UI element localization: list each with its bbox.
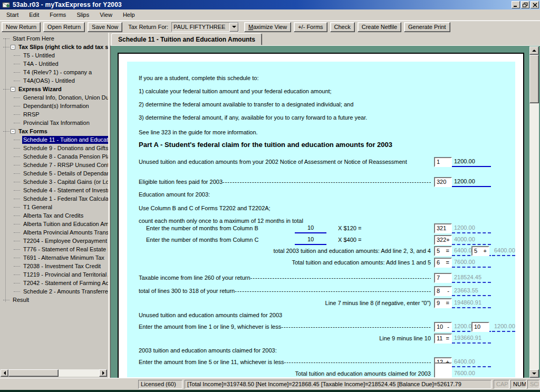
- tree-item-t1-general[interactable]: T1 General: [0, 203, 108, 211]
- tree-item-dependant-s-information[interactable]: Dependant(s) Information: [0, 102, 108, 110]
- tree-item-schedule-4-statement-of-investm[interactable]: Schedule 4 - Statement of Investm: [0, 186, 108, 194]
- indicator-scrl: SCRL: [527, 380, 539, 389]
- tree-item-tax-forms[interactable]: -Tax Forms: [0, 127, 108, 135]
- tree-item-schedule-5-details-of-dependant[interactable]: Schedule 5 - Details of Dependant: [0, 169, 108, 178]
- tree-item-schedule-1-federal-tax-calculatio[interactable]: Schedule 1 - Federal Tax Calculatio: [0, 194, 108, 203]
- form-row-line-322: Enter the number of months from Column C…: [127, 236, 515, 246]
- tree-item-tax-slips-right-click-to-add-tax-sl[interactable]: -Tax Slips (right click to add tax sl: [0, 43, 108, 51]
- menu-item-edit[interactable]: Edit: [24, 11, 44, 19]
- form-row-line-10: Enter the amount from line 1 or line 9, …: [127, 322, 515, 333]
- forms-tree-panel: Start From Here-Tax Slips (right click t…: [0, 33, 109, 378]
- amount-value-line-5-col2: 6400.00: [492, 247, 515, 256]
- tree-connector: [14, 215, 20, 216]
- tree-item-t4a-untitled[interactable]: T4A - Untitled: [0, 60, 108, 68]
- indicator-num: NUM: [510, 380, 526, 389]
- amount-input-line-320[interactable]: 1200.00: [452, 178, 491, 187]
- tree-item-schedule-7-rrsp-unused-contribu[interactable]: Schedule 7 - RRSP Unused Contribu: [0, 161, 108, 169]
- restore-button[interactable]: [521, 1, 529, 8]
- tree-item-t4a-oas-untitled[interactable]: T4A(OAS) - Untitled: [0, 76, 108, 85]
- line-operator: -: [447, 377, 449, 377]
- collapse-icon[interactable]: -: [11, 129, 15, 134]
- tree-item-schedule-9-donations-and-gifts[interactable]: Schedule 9 - Donations and Gifts: [0, 144, 108, 152]
- tax-return-for-combobox[interactable]: PAUL FIFTYTHREE: [171, 22, 239, 32]
- status-bar: Licensed (60) [Total Income]=319748.50 […: [0, 378, 540, 390]
- line-number-box-5: 5=: [434, 246, 452, 256]
- form-row-line-1: Unused tuition and education amounts fro…: [127, 158, 515, 168]
- tree-item-alberta-tuition-and-education-amou[interactable]: Alberta Tuition and Education Amou: [0, 220, 108, 228]
- tree-item-t2042-statement-of-farming-acti[interactable]: T2042 - Statement of Farming Acti: [0, 279, 108, 287]
- form-intro-line: 1) calculate your federal tuition amount…: [139, 87, 332, 96]
- open-return-button[interactable]: Open Return: [43, 22, 85, 32]
- scroll-down-button[interactable]: [529, 369, 539, 378]
- tree-item-t776-statement-of-real-estate-r[interactable]: T776 - Statement of Real Estate R: [0, 245, 108, 253]
- tree-item-t2038-investment-tax-credit[interactable]: T2038 - Investment Tax Credit: [0, 262, 108, 270]
- check-button[interactable]: Check: [330, 22, 355, 32]
- menu-item-slips[interactable]: Slips: [71, 11, 94, 19]
- menu-item-start[interactable]: Start: [1, 11, 24, 19]
- form-scrollbar-track[interactable]: [529, 103, 539, 369]
- tree-item-t1219-provincial-and-territorial-al[interactable]: T1219 - Provincial and Territorial Al: [0, 270, 108, 279]
- app-icon: [2, 1, 11, 8]
- tree-item-t691-alternative-minimum-tax[interactable]: T691 - Alternative Minimum Tax: [0, 253, 108, 262]
- forms-button[interactable]: +/- Forms: [294, 22, 327, 32]
- tree-connector: [14, 207, 20, 208]
- form-row-line-6: Total tuition and education amounts: Add…: [127, 258, 515, 269]
- tab-schedule-11[interactable]: Schedule 11 - Tuition and Education Amou…: [111, 33, 262, 45]
- months-input[interactable]: 10: [295, 224, 326, 233]
- tree-item-label: T1 General: [22, 203, 53, 211]
- tree-horizontal-scrollbar[interactable]: [1, 369, 107, 377]
- new-return-button[interactable]: New Return: [2, 22, 41, 32]
- scroll-left-button[interactable]: [1, 369, 8, 377]
- tree-item-provincial-tax-information[interactable]: Provincial Tax Information: [0, 119, 108, 127]
- scroll-up-button[interactable]: [529, 46, 539, 55]
- tree-item-schedule-3-capital-gains-or-losse[interactable]: Schedule 3 - Capital Gains (or Losse: [0, 178, 108, 186]
- tree-item-label: T2038 - Investment Tax Credit: [22, 262, 102, 270]
- tree-item-alberta-tax-and-credits[interactable]: Alberta Tax and Credits: [0, 211, 108, 220]
- collapse-icon[interactable]: -: [11, 45, 15, 50]
- tree-item-label: Schedule 1 - Federal Tax Calculatio: [22, 195, 108, 203]
- tree-item-general-info-donation-union-due[interactable]: General Info, Donation, Union Due: [0, 93, 108, 102]
- tree-item-schedule-2-amounts-transferred[interactable]: Schedule 2 - Amounts Transferred: [0, 287, 108, 296]
- scroll-right-button[interactable]: [99, 369, 107, 377]
- form-scrollbar-thumb[interactable]: [529, 55, 539, 103]
- tree-item-schedule-8-canada-pension-plan[interactable]: Schedule 8 - Canada Pension Plan (: [0, 152, 108, 161]
- close-button[interactable]: [531, 1, 539, 8]
- tree-item-label: T5 - Untitled: [22, 52, 56, 60]
- form-vertical-scrollbar[interactable]: [529, 46, 539, 378]
- create-netfile-button[interactable]: Create Netfile: [358, 22, 401, 32]
- tree-scrollbar-track[interactable]: [59, 369, 99, 377]
- tree-connector: [14, 241, 20, 241]
- menu-item-forms[interactable]: Forms: [44, 11, 71, 19]
- tree-item-rrsp[interactable]: RRSP: [0, 110, 108, 119]
- collapse-icon[interactable]: -: [11, 87, 15, 92]
- minimize-button[interactable]: [512, 1, 520, 8]
- maximize-view-button[interactable]: Maximize View: [244, 22, 291, 32]
- main-area: Start From Here-Tax Slips (right click t…: [0, 33, 540, 378]
- tree-item-start-from-here[interactable]: Start From Here: [0, 34, 108, 43]
- tree-scrollbar-thumb[interactable]: [8, 369, 59, 377]
- menu-item-view[interactable]: View: [94, 11, 118, 19]
- tree-item-t2204-employee-overpayment-of[interactable]: T2204 - Employee Overpayment of: [0, 237, 108, 245]
- save-now-button[interactable]: Save Now: [88, 22, 122, 32]
- tree-item-schedule-11-tuition-and-education[interactable]: Schedule 11 - Tuition and Education: [0, 135, 108, 144]
- amount-value-line-9: 194860.91: [452, 299, 491, 308]
- dash-leader: ----------------------------------------…: [235, 287, 431, 296]
- menu-item-help[interactable]: Help: [118, 11, 140, 19]
- tree-item-result[interactable]: Result: [0, 296, 108, 304]
- form-label-text: total of lines 300 to 318 of your return: [139, 287, 235, 296]
- amount-input-line-1[interactable]: 1200.00: [452, 158, 491, 167]
- title-bar[interactable]: 53ab.r03 - myTaxExpress for Y2003: [0, 0, 540, 9]
- tree-item-t4-relev-1-company-a[interactable]: T4 (Relev? 1) - company a: [0, 68, 108, 76]
- form-row-label: Total tuition and education amounts: Add…: [139, 258, 431, 268]
- tree-item-t5-untitled[interactable]: T5 - Untitled: [0, 51, 108, 60]
- months-input[interactable]: 10: [295, 236, 326, 245]
- form-label-text: Unused tuition and education amounts fro…: [139, 158, 407, 167]
- form-label-text: Total tuition and education amounts: Add…: [292, 259, 431, 266]
- tree-connector: [3, 47, 9, 47]
- generate-print-button[interactable]: Generate Print: [404, 22, 450, 32]
- combobox-dropdown-button[interactable]: [229, 23, 238, 32]
- tree-item-alberta-provincial-amounts-transfe[interactable]: Alberta Provincial Amounts Transfe: [0, 228, 108, 237]
- tree-item-label: Schedule 7 - RRSP Unused Contribu: [22, 161, 108, 169]
- tree-item-express-wizard[interactable]: -Express Wizard: [0, 85, 108, 93]
- forms-tree: Start From Here-Tax Slips (right click t…: [0, 34, 108, 369]
